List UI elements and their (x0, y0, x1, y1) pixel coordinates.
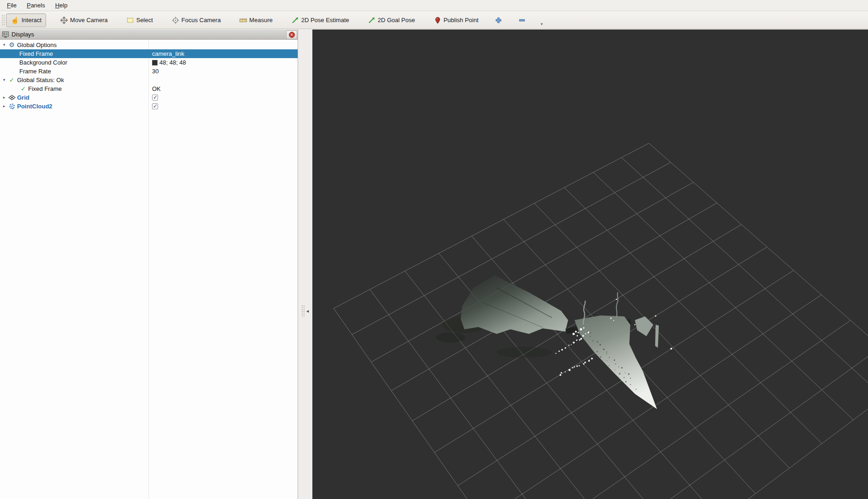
close-icon: ✕ (289, 32, 295, 38)
property-value: 48; 48; 48 (159, 58, 186, 67)
menu-bar: FilePanelsHelp (0, 0, 868, 11)
add-tool-button[interactable] (493, 13, 504, 27)
tree-row-global-status-ok[interactable]: ▾✓Global Status: Ok (0, 76, 298, 84)
displays-tree: ▾⚙Global OptionsFixed Framecamera_linkBa… (0, 40, 298, 499)
tool-2d-pose-estimate[interactable]: 2D Pose Estimate (287, 13, 354, 27)
minus-icon (518, 17, 526, 24)
menu-file[interactable]: File (2, 0, 22, 10)
gear-icon: ⚙ (9, 41, 15, 49)
tool-label: Publish Point (444, 17, 479, 24)
viewport-background (312, 30, 868, 499)
tool-focus-camera[interactable]: Focus Camera (167, 13, 225, 27)
tree-row-global-options[interactable]: ▾⚙Global Options (0, 41, 298, 49)
menu-help[interactable]: Help (50, 0, 73, 10)
tree-row-background-color[interactable]: Background Color48; 48; 48 (0, 58, 298, 67)
tree-row-pointcloud2[interactable]: ▸PointCloud2✓ (0, 102, 298, 111)
displays-panel-titlebar[interactable]: Displays ✕ (0, 30, 298, 40)
tool-label: 2D Goal Pose (378, 17, 415, 24)
tree-row-frame-rate[interactable]: Frame Rate30 (0, 67, 298, 76)
tool-label: 2D Pose Estimate (301, 17, 349, 24)
property-name: Grid (17, 93, 29, 102)
selection-box-icon (127, 17, 134, 24)
menu-panels[interactable]: Panels (22, 0, 50, 10)
expander-right-icon[interactable]: ▸ (1, 93, 7, 102)
color-swatch (152, 60, 158, 65)
displays-panel: Displays ✕ ▾⚙Global OptionsFixed Frameca… (0, 30, 298, 499)
tree-row-fixed-frame[interactable]: Fixed Framecamera_link (0, 49, 298, 58)
tool-move-camera[interactable]: Move Camera (56, 13, 112, 27)
3d-viewport[interactable] (312, 30, 868, 499)
property-name: Fixed Frame (28, 84, 62, 93)
enabled-checkbox[interactable]: ✓ (152, 95, 158, 101)
tool-publish-point[interactable]: Publish Point (429, 13, 483, 27)
tool-label: Focus Camera (182, 17, 221, 24)
check-icon: ✓ (9, 76, 14, 84)
tool-label: Select (136, 17, 153, 24)
main-content: Displays ✕ ▾⚙Global OptionsFixed Frameca… (0, 30, 868, 499)
displays-icon (2, 30, 9, 38)
property-name: Fixed Frame (19, 49, 53, 58)
check-icon: ✓ (21, 84, 26, 93)
tool-interact[interactable]: ☝Interact (6, 13, 46, 27)
expander-right-icon[interactable]: ▸ (1, 102, 7, 111)
plus-icon (495, 17, 502, 24)
tool-label: Measure (249, 17, 273, 24)
tool-select[interactable]: Select (122, 13, 158, 27)
3d-scene[interactable] (312, 30, 868, 499)
crosshair-icon (172, 17, 179, 24)
property-name: Frame Rate (19, 67, 51, 76)
map-pin-icon (434, 17, 441, 24)
property-value: 30 (152, 67, 158, 76)
expander-down-icon[interactable]: ▾ (1, 41, 7, 49)
expander-down-icon[interactable]: ▾ (1, 76, 7, 84)
property-name: Global Options (17, 41, 57, 49)
close-panel-button[interactable]: ✕ (286, 30, 297, 39)
pose-arrow-icon (292, 17, 299, 24)
goal-arrow-icon (368, 17, 375, 24)
ruler-icon (240, 17, 247, 24)
tool-2d-goal-pose[interactable]: 2D Goal Pose (364, 13, 420, 27)
property-value: OK (152, 84, 161, 93)
collapse-left-icon: ◂ (306, 309, 309, 313)
toolbar: ☝InteractMove CameraSelectFocus CameraMe… (0, 12, 868, 29)
panel-title: Displays (12, 31, 34, 38)
chevron-down-icon: ▾ (541, 22, 543, 26)
move-arrows-icon (60, 17, 68, 24)
splitter-grip-dots (301, 305, 305, 317)
panel-splitter[interactable]: ◂ (299, 30, 312, 499)
pointcloud-icon (8, 103, 16, 110)
enabled-checkbox[interactable]: ✓ (152, 103, 158, 109)
tree-row-grid[interactable]: ▸Grid✓ (0, 93, 298, 102)
tree-row-fixed-frame[interactable]: ✓Fixed FrameOK (0, 84, 298, 93)
property-name: Global Status: Ok (17, 76, 64, 84)
property-name: Background Color (19, 58, 67, 67)
displays-icon (2, 31, 9, 38)
property-value: camera_link (152, 49, 184, 58)
hand-icon: ☝ (11, 17, 19, 24)
splitter-handle[interactable]: ◂ (299, 302, 311, 320)
tool-label: Interact (22, 17, 41, 24)
tool-label: Move Camera (70, 17, 108, 24)
tool-measure[interactable]: Measure (235, 13, 277, 27)
property-name: PointCloud2 (17, 102, 53, 111)
grid-icon (8, 95, 16, 101)
remove-tool-button[interactable] (516, 13, 528, 27)
toolbar-drag-handle[interactable] (1, 14, 5, 26)
